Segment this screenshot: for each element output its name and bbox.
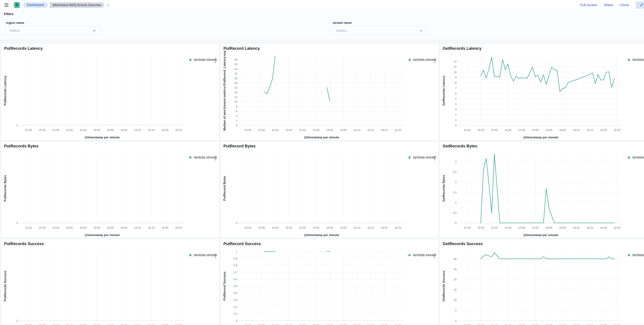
svg-text:16:20: 16:20 (381, 129, 388, 131)
svg-text:16:05: 16:05 (120, 324, 128, 325)
svg-text:@timestamp per minute: @timestamp per minute (84, 233, 120, 237)
breadcrumb-current: [Metricbeat AWS] Kinesis Overview (49, 2, 104, 8)
svg-text:26: 26 (234, 63, 237, 66)
legend-menu-button[interactable] (434, 156, 435, 160)
svg-text:0: 0 (16, 319, 18, 322)
share-link[interactable]: Share (604, 3, 613, 7)
svg-text:@timestamp per minute: @timestamp per minute (304, 233, 339, 237)
svg-text:0: 0 (455, 124, 457, 127)
legend-dot (189, 59, 192, 61)
svg-text:15:40: 15:40 (491, 226, 498, 229)
chart-plot[interactable]: 15:3015:3515:4015:4515:5015:5516:0016:05… (1, 44, 219, 140)
svg-text:8: 8 (236, 105, 238, 108)
svg-text:15:50: 15:50 (518, 226, 525, 229)
svg-text:15:35: 15:35 (477, 129, 484, 131)
legend-dot (408, 156, 411, 159)
pencil-icon (640, 3, 643, 7)
top-bar: D Dashboard [Metricbeat AWS] Kinesis Ove… (0, 0, 644, 10)
chart-plot[interactable]: 15:3015:3515:4015:4515:5015:5516:0016:05… (440, 142, 644, 238)
svg-text:16:10: 16:10 (573, 129, 580, 131)
legend-label[interactable]: lambda-stream (632, 58, 644, 62)
legend-menu-button[interactable] (215, 156, 216, 160)
legend-menu-button[interactable] (434, 58, 435, 63)
dashboard-app-icon[interactable]: D (14, 2, 20, 8)
full-screen-link[interactable]: Full screen (580, 3, 597, 7)
legend-label[interactable]: lambda-stream (413, 253, 436, 257)
svg-text:15:30: 15:30 (25, 226, 32, 229)
svg-text:15:50: 15:50 (518, 129, 525, 131)
svg-text:16:05: 16:05 (340, 226, 347, 229)
svg-text:PutRecord Bytes: PutRecord Bytes (223, 176, 226, 201)
menu-button[interactable] (4, 3, 8, 7)
svg-text:0: 0 (16, 124, 18, 127)
legend-menu-button[interactable] (434, 254, 435, 258)
legend-dot (628, 156, 630, 159)
svg-text:15:40: 15:40 (491, 129, 498, 131)
legend-label[interactable]: lambda-stream (194, 58, 217, 62)
filter-stream-name: stream name Select... (333, 21, 426, 35)
chart-plot[interactable]: 15:3015:3515:4015:4515:5015:5516:0016:05… (440, 44, 644, 140)
svg-text:0: 0 (455, 221, 457, 224)
legend-label[interactable]: lambda-stream (632, 155, 644, 159)
svg-text:16:15: 16:15 (586, 324, 593, 325)
svg-text:0.2: 0.2 (234, 305, 237, 308)
edit-button[interactable]: Edit (636, 2, 644, 9)
chart-plot[interactable]: 15:3015:3515:4015:4515:5015:5516:0016:05… (1, 239, 219, 325)
legend-label[interactable]: lambda-stream (632, 253, 644, 257)
svg-text:16:20: 16:20 (600, 129, 607, 131)
svg-text:16:00: 16:00 (107, 129, 114, 131)
svg-text:16:20: 16:20 (600, 226, 607, 229)
svg-text:0.5: 0.5 (453, 211, 456, 214)
svg-text:15:55: 15:55 (94, 324, 100, 325)
svg-text:15:35: 15:35 (39, 129, 46, 131)
legend-menu-button[interactable] (215, 58, 216, 63)
svg-text:@timestamp per minute: @timestamp per minute (304, 136, 339, 139)
svg-text:16:00: 16:00 (326, 226, 333, 229)
svg-text:15:40: 15:40 (491, 324, 498, 325)
stream-name-select[interactable]: Select... (333, 27, 426, 35)
svg-text:0.5: 0.5 (234, 285, 237, 288)
svg-text:15: 15 (454, 288, 456, 291)
chart-plot[interactable]: 15:3015:3515:4015:4515:5015:5516:0016:05… (220, 239, 438, 325)
panel-title: PutRecord Latency (224, 46, 260, 51)
charts-grid: 15:3015:3515:4015:4515:5015:5516:0016:05… (0, 40, 644, 325)
svg-text:16:25: 16:25 (175, 129, 182, 131)
chart-plot[interactable]: 15:3015:3515:4015:4515:5015:5516:0016:05… (440, 239, 644, 325)
svg-text:15:50: 15:50 (299, 129, 306, 131)
panel-putrecords-success: 15:3015:3515:4015:4515:5015:5516:0016:05… (1, 239, 219, 325)
chart-plot[interactable]: 15:3015:3515:4015:4515:5015:5516:0016:05… (220, 44, 438, 140)
svg-text:16:15: 16:15 (367, 226, 374, 229)
svg-text:22: 22 (234, 72, 237, 75)
svg-text:14: 14 (234, 91, 238, 94)
panel-getrecords-latency: 15:3015:3515:4015:4515:5015:5516:0016:05… (440, 44, 644, 140)
legend-label[interactable]: lambda-stream (413, 58, 436, 62)
svg-text:15:45: 15:45 (505, 226, 512, 229)
svg-text:Median of aws.kinesis.metrics.: Median of aws.kinesis.metrics.PutRecord_… (223, 51, 226, 131)
svg-text:6: 6 (455, 92, 457, 95)
breadcrumb-dashboard[interactable]: Dashboard (24, 2, 46, 8)
legend-label[interactable]: lambda-stream (194, 155, 217, 159)
legend-label[interactable]: lambda-stream (413, 155, 436, 159)
region-name-select[interactable]: Select... (6, 27, 99, 35)
breadcrumb-current-wrap: [Metricbeat AWS] Kinesis Overview (49, 2, 104, 8)
svg-text:15:50: 15:50 (299, 324, 306, 325)
svg-text:15:45: 15:45 (505, 324, 512, 325)
legend-label[interactable]: lambda-stream (194, 253, 217, 257)
svg-text:16:15: 16:15 (586, 129, 593, 131)
svg-text:16:10: 16:10 (134, 226, 141, 229)
svg-text:1: 1 (455, 119, 457, 122)
svg-text:16:25: 16:25 (175, 324, 182, 325)
chart-plot[interactable]: 15:3015:3515:4015:4515:5015:5516:0016:05… (220, 142, 438, 238)
svg-text:15:30: 15:30 (244, 226, 251, 229)
clone-link[interactable]: Clone (620, 3, 629, 7)
svg-text:GetRecords Success: GetRecords Success (442, 270, 446, 301)
legend-menu-button[interactable] (215, 254, 216, 258)
svg-text:16:25: 16:25 (614, 324, 620, 325)
svg-text:16:15: 16:15 (586, 226, 593, 229)
panel-title: GetRecords Bytes (443, 144, 477, 148)
svg-text:16:20: 16:20 (600, 324, 607, 325)
svg-text:GetRecords Latency: GetRecords Latency (442, 76, 446, 106)
legend: lambda-stream (189, 58, 217, 62)
chart-plot[interactable]: 15:3015:3515:4015:4515:5015:5516:0016:05… (1, 142, 219, 238)
svg-text:15:55: 15:55 (312, 129, 320, 131)
